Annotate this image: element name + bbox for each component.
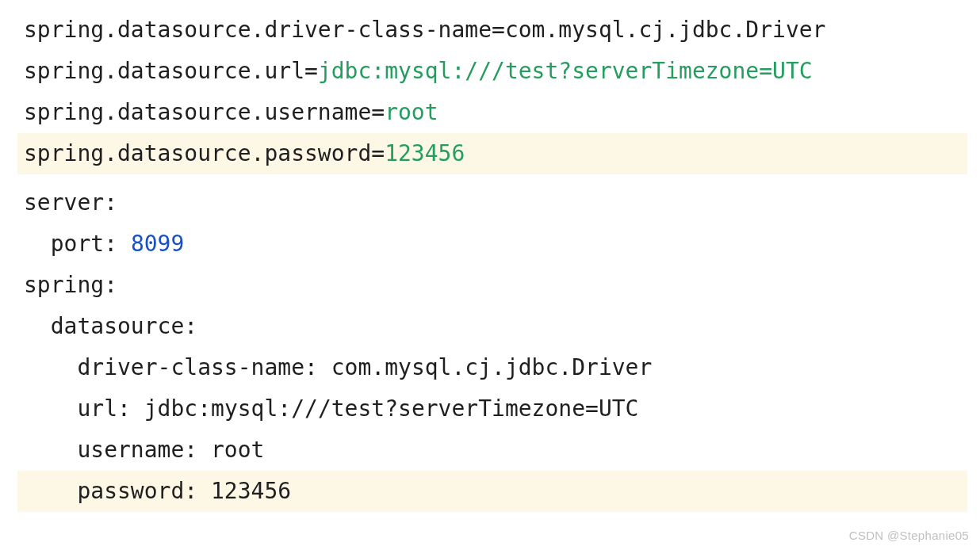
prop-value: 123456: [385, 140, 465, 166]
yaml-server-line: server:: [24, 182, 980, 223]
prop-value: root: [385, 99, 438, 125]
yaml-datasource-line: datasource:: [24, 306, 980, 347]
equals-sign: =: [492, 17, 505, 43]
yaml-key: username: [77, 437, 184, 463]
indent: [24, 354, 77, 380]
yaml-url-line: url: jdbc:mysql:///test?serverTimezone=U…: [24, 388, 980, 430]
indent: [24, 313, 51, 339]
yaml-value: com.mysql.cj.jdbc.Driver: [331, 354, 653, 380]
yaml-password-line: password: 123456: [17, 471, 967, 512]
prop-key: spring.datasource.password: [24, 140, 371, 166]
colon-space: :: [117, 395, 144, 422]
prop-key: spring.datasource.driver-class-name: [24, 17, 492, 43]
yaml-key: spring: [24, 272, 104, 298]
equals-sign: =: [371, 140, 385, 166]
yaml-value: 123456: [211, 478, 291, 504]
prop-value: com.mysql.cj.jdbc.Driver: [505, 17, 826, 43]
yaml-key: port: [51, 231, 104, 257]
equals-sign: =: [304, 58, 318, 84]
code-block: spring.datasource.driver-class-name=com.…: [0, 0, 980, 512]
colon: :: [104, 189, 117, 216]
yaml-key: server: [24, 189, 104, 216]
indent: [24, 478, 77, 504]
prop-key: spring.datasource.url: [24, 58, 304, 84]
watermark-text: CSDN @Stephanie05: [849, 529, 969, 542]
yaml-value: 8099: [131, 231, 184, 257]
yaml-key: password: [77, 478, 184, 504]
yaml-value: root: [211, 437, 264, 463]
prop-line-driver: spring.datasource.driver-class-name=com.…: [24, 10, 980, 51]
spacer: [24, 174, 980, 182]
yaml-value: jdbc:mysql:///test?serverTimezone=UTC: [144, 395, 639, 422]
indent: [24, 395, 77, 422]
prop-line-username: spring.datasource.username=root: [24, 92, 980, 133]
indent: [24, 437, 77, 463]
colon: :: [184, 313, 197, 339]
yaml-key: url: [77, 395, 117, 422]
colon-space: :: [184, 437, 211, 463]
indent: [24, 231, 51, 257]
colon-space: :: [104, 231, 131, 257]
colon-space: :: [304, 354, 331, 380]
prop-line-password: spring.datasource.password=123456: [17, 133, 967, 174]
prop-value: jdbc:mysql:///test?serverTimezone=UTC: [318, 58, 813, 84]
colon: :: [104, 272, 117, 298]
yaml-driver-line: driver-class-name: com.mysql.cj.jdbc.Dri…: [24, 347, 980, 388]
prop-key: spring.datasource.username: [24, 99, 371, 125]
yaml-spring-line: spring:: [24, 265, 980, 306]
colon-space: :: [184, 478, 211, 504]
yaml-port-line: port: 8099: [24, 223, 980, 265]
yaml-username-line: username: root: [24, 430, 980, 471]
yaml-key: driver-class-name: [77, 354, 304, 380]
equals-sign: =: [371, 99, 385, 125]
yaml-key: datasource: [51, 313, 185, 339]
prop-line-url: spring.datasource.url=jdbc:mysql:///test…: [24, 51, 980, 92]
